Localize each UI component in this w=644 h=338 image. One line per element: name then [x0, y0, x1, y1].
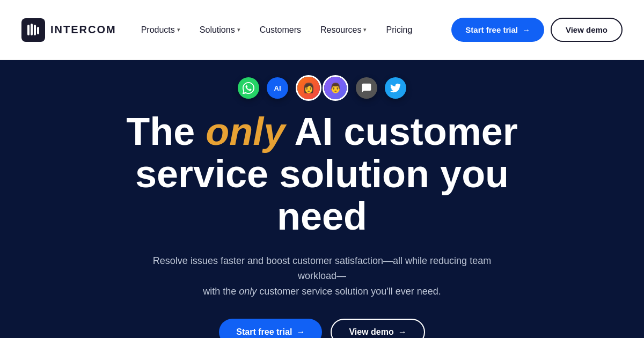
start-trial-button[interactable]: Start free trial →	[451, 18, 544, 42]
logo-text: INTERCOM	[50, 24, 116, 36]
chevron-down-icon: ▾	[363, 26, 367, 33]
chevron-down-icon: ▾	[177, 26, 180, 33]
hero-view-demo-button[interactable]: View demo →	[331, 319, 425, 338]
hero-subtitle: Resolve issues faster and boost customer…	[140, 253, 504, 299]
view-demo-button[interactable]: View demo	[551, 18, 623, 42]
hero-cta: Start free trial → View demo →	[219, 319, 425, 338]
navbar: INTERCOM Products ▾ Solutions ▾ Customer…	[0, 0, 644, 60]
avatar-2: 👨	[323, 75, 348, 101]
svg-rect-1	[31, 24, 33, 35]
nav-item-solutions[interactable]: Solutions ▾	[192, 21, 248, 39]
arrow-icon: →	[522, 25, 530, 34]
svg-rect-3	[37, 27, 39, 34]
floating-icons: AI 👩 👨	[238, 75, 406, 101]
avatar-1: 👩	[296, 75, 321, 101]
nav-actions: Start free trial → View demo	[451, 18, 623, 42]
nav-links: Products ▾ Solutions ▾ Customers Resourc…	[134, 21, 452, 39]
arrow-icon: →	[296, 327, 305, 337]
svg-rect-2	[34, 25, 36, 35]
logo-icon	[21, 18, 45, 42]
hero-section: AI 👩 👨 The only AI customer service solu…	[0, 60, 644, 338]
arrow-icon: →	[398, 327, 407, 337]
ai-icon: AI	[267, 77, 288, 99]
whatsapp-icon	[238, 77, 259, 99]
nav-item-pricing[interactable]: Pricing	[378, 21, 420, 39]
message-icon	[356, 77, 377, 99]
highlight-text: only	[206, 110, 285, 153]
svg-rect-0	[27, 25, 30, 35]
chevron-down-icon: ▾	[237, 26, 240, 33]
twitter-icon	[385, 77, 406, 99]
hero-title: The only AI customer service solution yo…	[102, 111, 542, 238]
nav-item-products[interactable]: Products ▾	[134, 21, 188, 39]
nav-item-customers[interactable]: Customers	[252, 21, 309, 39]
hero-start-trial-button[interactable]: Start free trial →	[219, 319, 322, 338]
nav-item-resources[interactable]: Resources ▾	[313, 21, 374, 39]
logo[interactable]: INTERCOM	[21, 18, 116, 42]
